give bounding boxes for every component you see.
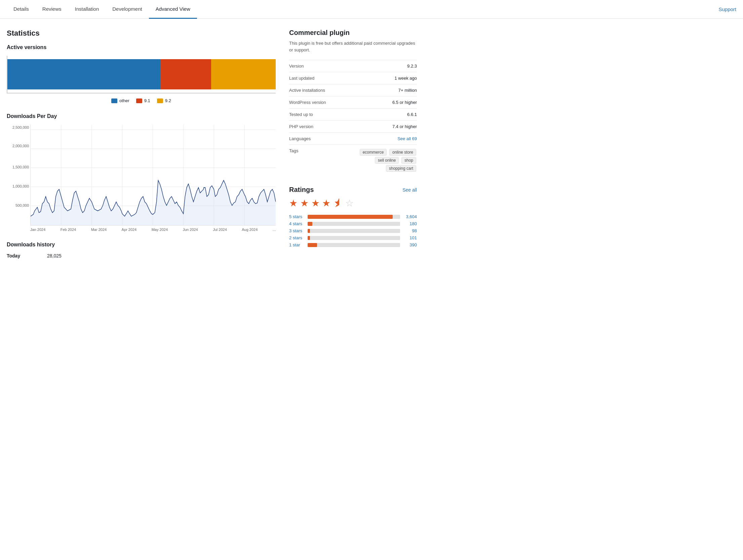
meta-row-languages: Languages See all 69 <box>289 133 417 145</box>
y-label-2500: 2,500,000 <box>12 125 29 129</box>
downloads-section: Downloads Per Day 2,500,000 2,000,000 1,… <box>7 113 276 232</box>
x-axis-labels: Jan 2024 Feb 2024 Mar 2024 Apr 2024 May … <box>30 228 276 232</box>
star-bar-fill-1 <box>308 243 317 247</box>
x-label-feb: Feb 2024 <box>61 228 76 232</box>
tab-reviews[interactable]: Reviews <box>36 0 68 19</box>
meta-label-php: PHP version <box>289 121 339 133</box>
tag-sell-online[interactable]: sell online <box>375 157 399 164</box>
meta-table: Version 9.2.3 Last updated 1 week ago Ac… <box>289 60 417 176</box>
page-content: Statistics Active versions other 9.1 <box>0 19 424 272</box>
meta-value-languages: See all 69 <box>339 133 417 145</box>
star-row-2: 2 stars 101 <box>289 235 417 240</box>
star-count-4: 180 <box>403 221 417 226</box>
ratings-section: Ratings See all ★ ★ ★ ★ ⯨ ☆ 5 stars 3 <box>289 186 417 247</box>
today-value: 28,025 <box>47 253 62 258</box>
downloads-history-title: Downloads history <box>7 242 276 248</box>
y-label-1500: 1,500,000 <box>12 165 29 169</box>
star-4: ★ <box>322 198 330 208</box>
x-label-jun: Jun 2024 <box>183 228 198 232</box>
y-axis: 2,500,000 2,000,000 1,500,000 1,000,000 … <box>7 125 30 226</box>
y-label-500: 500,000 <box>15 203 29 207</box>
tag-shop[interactable]: shop <box>401 157 416 164</box>
tab-details[interactable]: Details <box>7 0 36 19</box>
downloads-chart-wrapper: 2,500,000 2,000,000 1,500,000 1,000,000 … <box>7 125 276 232</box>
meta-row-php: PHP version 7.4 or higher <box>289 121 417 133</box>
meta-label-updated: Last updated <box>289 72 339 84</box>
active-versions-chart <box>7 56 276 93</box>
meta-label-installs: Active installations <box>289 84 339 96</box>
meta-row-updated: Last updated 1 week ago <box>289 72 417 84</box>
meta-label-languages: Languages <box>289 133 339 145</box>
bar-legend: other 9.1 9.2 <box>7 98 276 103</box>
support-link[interactable]: Support <box>718 6 736 12</box>
legend-other: other <box>111 98 129 103</box>
legend-91: 9.1 <box>136 98 150 103</box>
star-bar-bg-4 <box>308 222 400 226</box>
meta-value-updated: 1 week ago <box>339 72 417 84</box>
downloads-history-section: Downloads history Today 28,025 <box>7 242 276 258</box>
meta-row-tested: Tested up to 6.6.1 <box>289 109 417 121</box>
y-label-2000: 2,000,000 <box>12 144 29 148</box>
star-bar-bg-3 <box>308 229 400 233</box>
y-label-1000: 1,000,000 <box>12 184 29 188</box>
ratings-see-all[interactable]: See all <box>402 187 417 193</box>
tabs-bar: Details Reviews Installation Development… <box>0 0 743 19</box>
tab-development[interactable]: Development <box>106 0 149 19</box>
tag-shopping-cart[interactable]: shopping cart <box>386 165 416 172</box>
star-row-4: 4 stars 180 <box>289 221 417 226</box>
x-label-jul: Jul 2024 <box>213 228 227 232</box>
star-row-5: 5 stars 3,604 <box>289 214 417 219</box>
x-label-jan: Jan 2024 <box>30 228 45 232</box>
star-row-label-5[interactable]: 5 stars <box>289 214 304 219</box>
ratings-title: Ratings <box>289 186 314 194</box>
meta-value-wp: 6.5 or higher <box>339 96 417 109</box>
statistics-title: Statistics <box>7 29 276 38</box>
downloads-svg <box>31 125 276 225</box>
today-label: Today <box>7 253 40 258</box>
commercial-desc: This plugin is free but offers additiona… <box>289 40 417 53</box>
meta-row-version: Version 9.2.3 <box>289 60 417 72</box>
meta-label-wp: WordPress version <box>289 96 339 109</box>
star-half: ⯨ <box>333 198 343 208</box>
legend-92: 9.2 <box>157 98 171 103</box>
legend-label-92: 9.2 <box>165 98 171 103</box>
legend-color-92 <box>157 98 163 103</box>
legend-color-91 <box>136 98 142 103</box>
x-more: ... <box>273 228 276 232</box>
tab-advanced-view[interactable]: Advanced View <box>149 0 197 19</box>
star-bar-fill-4 <box>308 222 312 226</box>
x-label-mar: Mar 2024 <box>91 228 107 232</box>
ratings-header: Ratings See all <box>289 186 417 194</box>
star-2: ★ <box>300 198 309 208</box>
star-row-label-2[interactable]: 2 stars <box>289 235 304 240</box>
languages-link[interactable]: See all 69 <box>397 136 417 141</box>
statistics-section: Statistics Active versions other 9.1 <box>7 29 276 103</box>
meta-label-tags: Tags <box>289 145 339 176</box>
x-label-apr: Apr 2024 <box>122 228 137 232</box>
active-versions-title: Active versions <box>7 44 276 50</box>
bar-other <box>7 59 160 89</box>
tab-installation[interactable]: Installation <box>68 0 106 19</box>
meta-tags-cell: ecommerce online store sell online shop … <box>339 145 417 176</box>
chart-svg-container <box>30 125 276 226</box>
star-empty: ☆ <box>345 198 354 208</box>
legend-color-other <box>111 98 117 103</box>
star-row-label-1[interactable]: 1 star <box>289 242 304 247</box>
meta-value-php: 7.4 or higher <box>339 121 417 133</box>
meta-row-wp: WordPress version 6.5 or higher <box>289 96 417 109</box>
bar-92 <box>211 59 276 89</box>
commercial-title: Commercial plugin <box>289 29 417 37</box>
meta-value-installs: 7+ million <box>339 84 417 96</box>
today-row: Today 28,025 <box>7 253 276 258</box>
star-row-3: 3 stars 98 <box>289 228 417 233</box>
star-rows: 5 stars 3,604 4 stars 180 3 stars <box>289 214 417 247</box>
star-row-label-4[interactable]: 4 stars <box>289 221 304 226</box>
commercial-plugin-section: Commercial plugin This plugin is free bu… <box>289 29 417 176</box>
tag-ecommerce[interactable]: ecommerce <box>360 149 387 156</box>
star-row-label-3[interactable]: 3 stars <box>289 228 304 233</box>
meta-label-version: Version <box>289 60 339 72</box>
downloads-title: Downloads Per Day <box>7 113 276 119</box>
star-1: ★ <box>289 198 298 208</box>
chart-container: 2,500,000 2,000,000 1,500,000 1,000,000 … <box>7 125 276 226</box>
tag-online-store[interactable]: online store <box>389 149 416 156</box>
